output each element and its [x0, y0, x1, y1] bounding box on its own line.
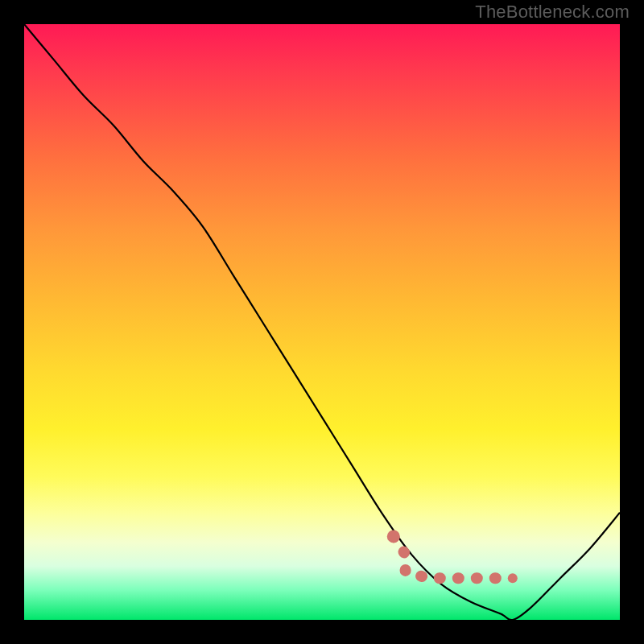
watermark-text: TheBottleneck.com: [475, 2, 630, 23]
plot-area: [24, 24, 620, 620]
chart-svg: [24, 24, 620, 620]
highlight-dot: [387, 530, 400, 543]
highlight-markers: [387, 530, 518, 583]
highlight-dot: [508, 573, 518, 583]
highlight-polyline: [394, 536, 513, 578]
main-curve-path: [24, 24, 620, 620]
chart-frame: TheBottleneck.com: [0, 0, 644, 644]
